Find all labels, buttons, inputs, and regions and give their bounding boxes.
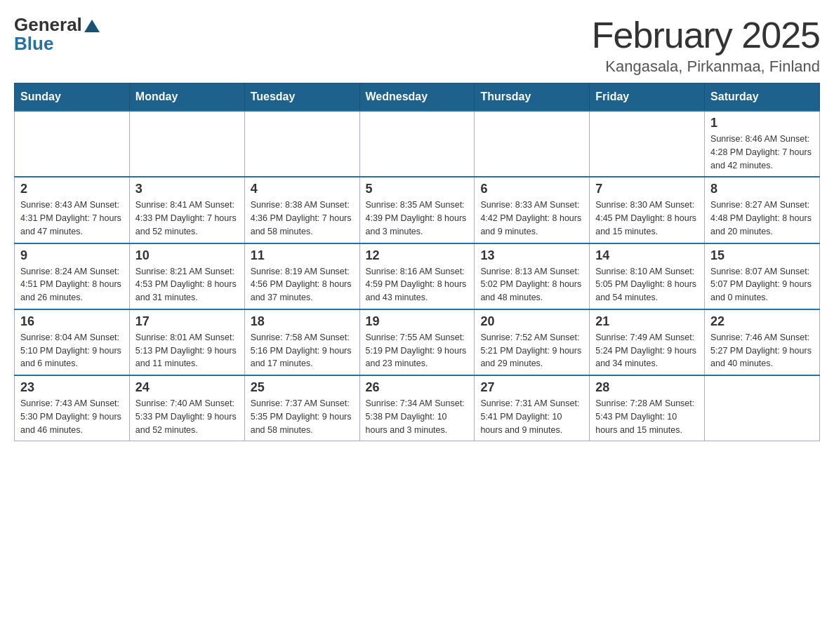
- location-text: Kangasala, Pirkanmaa, Finland: [592, 58, 820, 76]
- day-info: Sunrise: 8:16 AM Sunset: 4:59 PM Dayligh…: [366, 265, 469, 304]
- day-number: 4: [251, 182, 354, 196]
- calendar-header: Sunday Monday Tuesday Wednesday Thursday…: [15, 83, 820, 112]
- table-row: 20Sunrise: 7:52 AM Sunset: 5:21 PM Dayli…: [475, 309, 590, 375]
- day-info: Sunrise: 7:37 AM Sunset: 5:35 PM Dayligh…: [251, 397, 354, 436]
- day-info: Sunrise: 8:19 AM Sunset: 4:56 PM Dayligh…: [251, 265, 354, 304]
- day-number: 24: [135, 380, 239, 395]
- day-number: 26: [366, 380, 469, 395]
- day-info: Sunrise: 8:24 AM Sunset: 4:51 PM Dayligh…: [20, 265, 124, 304]
- day-number: 8: [710, 182, 814, 196]
- table-row: 3Sunrise: 8:41 AM Sunset: 4:33 PM Daylig…: [129, 177, 244, 243]
- day-info: Sunrise: 8:43 AM Sunset: 4:31 PM Dayligh…: [20, 199, 124, 238]
- day-info: Sunrise: 8:27 AM Sunset: 4:48 PM Dayligh…: [710, 199, 814, 238]
- day-info: Sunrise: 8:01 AM Sunset: 5:13 PM Dayligh…: [135, 331, 239, 370]
- day-info: Sunrise: 8:30 AM Sunset: 4:45 PM Dayligh…: [595, 199, 699, 238]
- day-info: Sunrise: 7:55 AM Sunset: 5:19 PM Dayligh…: [366, 331, 469, 370]
- table-row: 14Sunrise: 8:10 AM Sunset: 5:05 PM Dayli…: [590, 243, 705, 309]
- day-info: Sunrise: 8:07 AM Sunset: 5:07 PM Dayligh…: [710, 265, 814, 304]
- table-row: 26Sunrise: 7:34 AM Sunset: 5:38 PM Dayli…: [359, 375, 475, 441]
- day-info: Sunrise: 8:38 AM Sunset: 4:36 PM Dayligh…: [251, 199, 354, 238]
- day-number: 12: [366, 248, 469, 263]
- day-info: Sunrise: 8:41 AM Sunset: 4:33 PM Dayligh…: [135, 199, 239, 238]
- day-number: 27: [480, 380, 583, 395]
- table-row: [129, 111, 244, 177]
- day-number: 23: [20, 380, 124, 395]
- day-info: Sunrise: 7:43 AM Sunset: 5:30 PM Dayligh…: [20, 397, 124, 436]
- calendar-week-4: 16Sunrise: 8:04 AM Sunset: 5:10 PM Dayli…: [15, 309, 820, 375]
- month-title: February 2025: [592, 14, 820, 56]
- table-row: [590, 111, 705, 177]
- table-row: 15Sunrise: 8:07 AM Sunset: 5:07 PM Dayli…: [705, 243, 820, 309]
- day-number: 28: [595, 380, 699, 395]
- table-row: 7Sunrise: 8:30 AM Sunset: 4:45 PM Daylig…: [590, 177, 705, 243]
- day-info: Sunrise: 8:04 AM Sunset: 5:10 PM Dayligh…: [20, 331, 124, 370]
- day-number: 18: [251, 314, 354, 329]
- day-number: 21: [595, 314, 699, 329]
- day-number: 14: [595, 248, 699, 263]
- day-number: 13: [480, 248, 583, 263]
- table-row: 2Sunrise: 8:43 AM Sunset: 4:31 PM Daylig…: [15, 177, 130, 243]
- day-number: 10: [135, 248, 239, 263]
- table-row: 27Sunrise: 7:31 AM Sunset: 5:41 PM Dayli…: [475, 375, 590, 441]
- calendar-week-5: 23Sunrise: 7:43 AM Sunset: 5:30 PM Dayli…: [15, 375, 820, 441]
- table-row: 10Sunrise: 8:21 AM Sunset: 4:53 PM Dayli…: [129, 243, 244, 309]
- table-row: 24Sunrise: 7:40 AM Sunset: 5:33 PM Dayli…: [129, 375, 244, 441]
- table-row: 6Sunrise: 8:33 AM Sunset: 4:42 PM Daylig…: [475, 177, 590, 243]
- table-row: 13Sunrise: 8:13 AM Sunset: 5:02 PM Dayli…: [475, 243, 590, 309]
- day-number: 7: [595, 182, 699, 196]
- day-info: Sunrise: 8:13 AM Sunset: 5:02 PM Dayligh…: [480, 265, 583, 304]
- table-row: 28Sunrise: 7:28 AM Sunset: 5:43 PM Dayli…: [590, 375, 705, 441]
- logo-blue-text: Blue: [14, 33, 53, 55]
- logo: General Blue: [14, 14, 100, 55]
- table-row: 8Sunrise: 8:27 AM Sunset: 4:48 PM Daylig…: [705, 177, 820, 243]
- calendar-body: 1Sunrise: 8:46 AM Sunset: 4:28 PM Daylig…: [15, 111, 820, 441]
- header-tuesday: Tuesday: [244, 83, 359, 112]
- day-info: Sunrise: 7:49 AM Sunset: 5:24 PM Dayligh…: [595, 331, 699, 370]
- table-row: 18Sunrise: 7:58 AM Sunset: 5:16 PM Dayli…: [244, 309, 359, 375]
- title-block: February 2025 Kangasala, Pirkanmaa, Finl…: [592, 14, 820, 76]
- table-row: 11Sunrise: 8:19 AM Sunset: 4:56 PM Dayli…: [244, 243, 359, 309]
- day-info: Sunrise: 7:34 AM Sunset: 5:38 PM Dayligh…: [366, 397, 469, 436]
- calendar-week-2: 2Sunrise: 8:43 AM Sunset: 4:31 PM Daylig…: [15, 177, 820, 243]
- day-info: Sunrise: 8:35 AM Sunset: 4:39 PM Dayligh…: [366, 199, 469, 238]
- table-row: 19Sunrise: 7:55 AM Sunset: 5:19 PM Dayli…: [359, 309, 475, 375]
- day-number: 19: [366, 314, 469, 329]
- day-number: 22: [710, 314, 814, 329]
- table-row: [244, 111, 359, 177]
- table-row: 23Sunrise: 7:43 AM Sunset: 5:30 PM Dayli…: [15, 375, 130, 441]
- calendar-table: Sunday Monday Tuesday Wednesday Thursday…: [14, 83, 820, 441]
- day-info: Sunrise: 7:28 AM Sunset: 5:43 PM Dayligh…: [595, 397, 699, 436]
- day-number: 3: [135, 182, 239, 196]
- table-row: 22Sunrise: 7:46 AM Sunset: 5:27 PM Dayli…: [705, 309, 820, 375]
- day-number: 16: [20, 314, 124, 329]
- day-info: Sunrise: 7:58 AM Sunset: 5:16 PM Dayligh…: [251, 331, 354, 370]
- table-row: 9Sunrise: 8:24 AM Sunset: 4:51 PM Daylig…: [15, 243, 130, 309]
- day-info: Sunrise: 7:40 AM Sunset: 5:33 PM Dayligh…: [135, 397, 239, 436]
- day-info: Sunrise: 7:46 AM Sunset: 5:27 PM Dayligh…: [710, 331, 814, 370]
- header-wednesday: Wednesday: [359, 83, 475, 112]
- day-number: 9: [20, 248, 124, 263]
- table-row: 1Sunrise: 8:46 AM Sunset: 4:28 PM Daylig…: [705, 111, 820, 177]
- day-info: Sunrise: 8:46 AM Sunset: 4:28 PM Dayligh…: [710, 133, 814, 172]
- day-number: 11: [251, 248, 354, 263]
- day-number: 20: [480, 314, 583, 329]
- day-number: 15: [710, 248, 814, 263]
- svg-marker-0: [84, 20, 100, 32]
- day-info: Sunrise: 8:33 AM Sunset: 4:42 PM Dayligh…: [480, 199, 583, 238]
- day-number: 1: [710, 116, 814, 130]
- day-number: 6: [480, 182, 583, 196]
- header-friday: Friday: [590, 83, 705, 112]
- day-number: 25: [251, 380, 354, 395]
- day-number: 17: [135, 314, 239, 329]
- day-info: Sunrise: 8:21 AM Sunset: 4:53 PM Dayligh…: [135, 265, 239, 304]
- day-info: Sunrise: 7:52 AM Sunset: 5:21 PM Dayligh…: [480, 331, 583, 370]
- table-row: 4Sunrise: 8:38 AM Sunset: 4:36 PM Daylig…: [244, 177, 359, 243]
- calendar-week-1: 1Sunrise: 8:46 AM Sunset: 4:28 PM Daylig…: [15, 111, 820, 177]
- header-thursday: Thursday: [475, 83, 590, 112]
- table-row: 21Sunrise: 7:49 AM Sunset: 5:24 PM Dayli…: [590, 309, 705, 375]
- calendar-week-3: 9Sunrise: 8:24 AM Sunset: 4:51 PM Daylig…: [15, 243, 820, 309]
- logo-triangle-icon: [84, 20, 100, 35]
- day-info: Sunrise: 7:31 AM Sunset: 5:41 PM Dayligh…: [480, 397, 583, 436]
- header-saturday: Saturday: [705, 83, 820, 112]
- page-header: General Blue February 2025 Kangasala, Pi…: [14, 14, 820, 76]
